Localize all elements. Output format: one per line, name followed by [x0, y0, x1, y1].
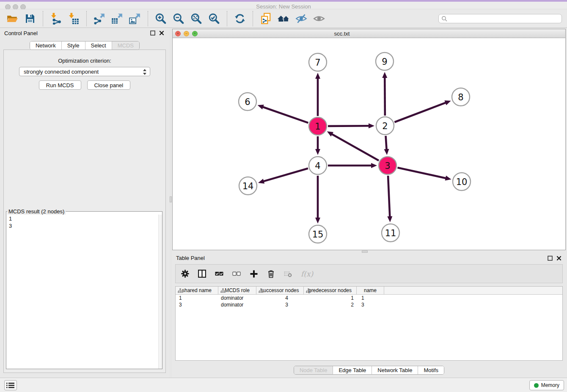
copy-network-icon[interactable]: [259, 12, 272, 25]
fx-label: f(x): [301, 270, 313, 278]
save-session-icon[interactable]: [23, 12, 37, 25]
optimization-criterion-select[interactable]: strongly connected component: [19, 67, 150, 76]
mcds-panel: Optimization criterion: strongly connect…: [3, 50, 166, 373]
column-header-predecessor-nodes[interactable]: predecessor nodes: [304, 287, 357, 294]
zoom-fit-icon[interactable]: [190, 12, 203, 25]
task-history-button[interactable]: [4, 380, 17, 390]
network-overview-icon[interactable]: [277, 12, 290, 25]
table-row[interactable]: 3dominator323: [176, 301, 562, 308]
graph-node-label-4: 4: [315, 161, 320, 171]
graph-node-label-2: 2: [382, 121, 388, 131]
select-all-icon[interactable]: [215, 269, 223, 279]
create-column-plus-icon[interactable]: [250, 269, 258, 279]
tab-style[interactable]: Style: [61, 41, 85, 50]
cell-name[interactable]: 1: [357, 295, 384, 301]
memory-label: Memory: [541, 382, 559, 388]
close-panel-icon[interactable]: [556, 256, 561, 261]
graph-node-label-3: 3: [385, 161, 390, 171]
splitter-handle[interactable]: [362, 251, 368, 253]
delete-table-icon[interactable]: [284, 269, 292, 279]
close-panel-button[interactable]: Close panel: [87, 80, 131, 90]
column-header-successor-nodes[interactable]: successor nodes: [256, 287, 304, 294]
graph-edge-2-3[interactable]: [386, 136, 387, 150]
tab-node-table[interactable]: Node Table: [294, 366, 333, 374]
graph-edge-arrowhead: [315, 218, 320, 224]
close-panel-icon[interactable]: [159, 30, 164, 36]
open-session-icon[interactable]: [6, 12, 19, 25]
zoom-in-icon[interactable]: [154, 12, 168, 25]
delete-column-trash-icon[interactable]: [267, 269, 275, 279]
cell-shared-name[interactable]: 3: [176, 301, 218, 308]
tab-mcds[interactable]: MCDS: [112, 41, 139, 50]
result-scrollbar[interactable]: [158, 215, 162, 369]
export-table-icon[interactable]: [110, 12, 124, 25]
horizontal-splitter[interactable]: [172, 250, 566, 253]
cell-successor-nodes[interactable]: 3: [256, 301, 304, 308]
unselect-all-icon[interactable]: [232, 269, 241, 279]
select-stepper-icon: [143, 69, 147, 75]
main-toolbar: [0, 9, 567, 28]
float-panel-icon[interactable]: [548, 256, 553, 261]
cell-MCDS-role[interactable]: dominator: [218, 301, 256, 308]
graph-edge-1-2[interactable]: [328, 126, 369, 126]
graph-edge-arrowhead: [384, 149, 389, 155]
column-header-name[interactable]: name: [357, 287, 384, 294]
graph-edge-arrowhead: [315, 73, 320, 79]
tab-network[interactable]: Network: [30, 41, 61, 50]
table-panel-title: Table Panel: [176, 255, 205, 261]
graph-edge-1-6[interactable]: [262, 107, 308, 123]
vertical-splitter[interactable]: [169, 28, 172, 378]
run-mcds-button[interactable]: Run MCDS: [39, 80, 81, 90]
memory-button[interactable]: Memory: [529, 380, 564, 390]
graph-node-label-10: 10: [456, 177, 468, 187]
column-header-MCDS-role[interactable]: MCDS role: [218, 287, 256, 294]
graph-edge-3-1[interactable]: [331, 134, 379, 160]
cell-name[interactable]: 3: [357, 301, 384, 308]
cell-predecessor-nodes[interactable]: 1: [304, 295, 357, 301]
zoom-selected-icon[interactable]: [207, 12, 221, 25]
import-table-icon[interactable]: [67, 12, 80, 25]
control-panel-tabs: NetworkStyleSelectMCDS: [0, 41, 169, 50]
export-network-icon[interactable]: [93, 12, 106, 25]
zoom-out-icon[interactable]: [172, 12, 185, 25]
graph-edge-3-10[interactable]: [397, 168, 446, 178]
import-network-icon[interactable]: [49, 12, 63, 25]
graph-node-label-6: 6: [245, 97, 250, 107]
graph-edge-arrowhead: [258, 179, 264, 184]
network-canvas[interactable]: 7968124314101511: [173, 38, 565, 250]
cell-shared-name[interactable]: 1: [176, 295, 218, 301]
tab-select[interactable]: Select: [85, 41, 112, 50]
cell-predecessor-nodes[interactable]: 2: [304, 301, 357, 308]
show-columns-icon[interactable]: [198, 269, 206, 279]
graph-edge-2-9[interactable]: [385, 77, 385, 116]
graph-node-label-14: 14: [242, 181, 254, 191]
mcds-result-box[interactable]: MCDS result (2 nodes) 1 3: [6, 208, 162, 369]
graph-edge-3-11[interactable]: [388, 176, 390, 217]
export-image-icon[interactable]: [128, 12, 142, 25]
function-builder-icon[interactable]: f(x): [301, 269, 313, 279]
optimization-criterion-label: Optimization criterion:: [4, 58, 165, 64]
table-header-row: shared nameMCDS rolesuccessor nodesprede…: [176, 287, 562, 295]
tab-motifs[interactable]: Motifs: [418, 366, 444, 374]
search-input[interactable]: [438, 14, 562, 23]
float-panel-icon[interactable]: [150, 30, 155, 36]
graph-node-label-7: 7: [315, 58, 320, 68]
table-row[interactable]: 1dominator411: [176, 295, 562, 301]
tab-edge-table[interactable]: Edge Table: [333, 366, 372, 374]
network-window-titlebar[interactable]: × − + scc.txt: [173, 29, 565, 38]
hide-selected-eye-icon[interactable]: [295, 12, 308, 25]
table-body: 1dominator4113dominator323: [176, 295, 562, 308]
show-all-eye-icon[interactable]: [312, 12, 326, 25]
column-header-shared-name[interactable]: shared name: [176, 287, 218, 294]
search-icon: [441, 16, 447, 22]
cell-successor-nodes[interactable]: 4: [256, 295, 304, 301]
splitter-handle[interactable]: [170, 196, 172, 202]
mcds-result-lines: 1 3: [6, 215, 162, 230]
status-bar: Memory: [0, 378, 567, 392]
table-settings-gear-icon[interactable]: [181, 269, 189, 279]
refresh-icon[interactable]: [233, 12, 247, 25]
graph-edge-4-14[interactable]: [263, 168, 308, 182]
cell-MCDS-role[interactable]: dominator: [218, 295, 256, 301]
tab-network-table[interactable]: Network Table: [372, 366, 418, 374]
graph-edge-2-8[interactable]: [394, 102, 446, 122]
